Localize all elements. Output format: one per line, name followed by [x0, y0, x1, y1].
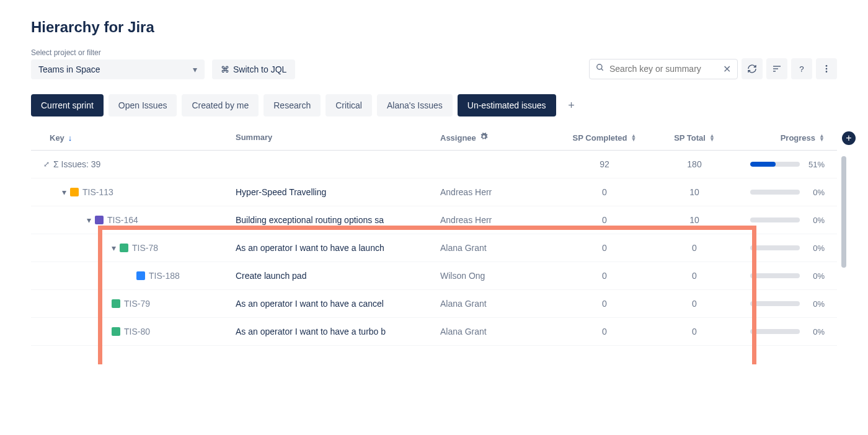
progress-pct: 0% [806, 188, 825, 197]
row-summary[interactable]: As an operator I want to have a cancel [236, 299, 440, 309]
jql-label: Switch to JQL [233, 64, 286, 74]
progress-bar [750, 301, 800, 306]
row-summary[interactable]: Building exceptional routing options sa [236, 215, 440, 225]
issue-key[interactable]: TIS-113 [82, 187, 113, 197]
issue-key[interactable]: TIS-164 [107, 215, 138, 225]
table-row[interactable]: ▾TIS-164Building exceptional routing opt… [31, 206, 837, 234]
filter-tab[interactable]: Created by me [182, 94, 259, 116]
row-sp-completed: 0 [552, 299, 657, 309]
row-sp-total: 0 [657, 327, 732, 336]
column-header-summary[interactable]: Summary [236, 133, 440, 143]
chevron-down-icon[interactable]: ▾ [62, 187, 66, 197]
filter-tab[interactable]: Current sprint [31, 94, 104, 116]
column-header-key[interactable]: Key ↓ [31, 133, 236, 143]
progress-bar [750, 329, 800, 334]
refresh-button[interactable] [742, 58, 763, 79]
filter-tab[interactable]: Alana's Issues [377, 94, 453, 116]
summary-row-progress: 51% [732, 160, 831, 169]
epic-issue-icon [95, 216, 104, 224]
expand-icon[interactable]: ⤢ [43, 160, 50, 169]
project-select-value: Teams in Space [38, 64, 100, 74]
row-key-cell: ▾TIS-164 [31, 215, 236, 225]
filter-tab[interactable]: Research [264, 94, 321, 116]
clear-search-icon[interactable]: ✕ [723, 63, 731, 75]
task-issue-icon [136, 271, 145, 280]
table-row[interactable]: ▾TIS-113Hyper-Speed TravellingAndreas He… [31, 178, 837, 206]
issues-table: + Key ↓ Summary Assignee SP Completed ▲▼… [31, 125, 837, 346]
scrollbar[interactable] [841, 156, 846, 364]
row-assignee: Wilson Ong [440, 271, 552, 281]
row-summary[interactable]: Create launch pad [236, 271, 440, 281]
summary-row-label: Σ Issues: 39 [53, 159, 100, 169]
story-issue-icon [120, 244, 128, 252]
column-progress-label: Progress [781, 133, 815, 143]
row-key-cell: TIS-188 [31, 271, 236, 281]
progress-pct: 0% [806, 327, 825, 336]
svg-line-1 [601, 69, 603, 71]
help-button[interactable]: ? [791, 58, 812, 79]
scrollbar-thumb[interactable] [841, 156, 846, 268]
issue-key[interactable]: TIS-78 [132, 243, 158, 253]
switch-to-jql-button[interactable]: ⌘ Switch to JQL [212, 59, 295, 79]
column-header-sp-completed[interactable]: SP Completed ▲▼ [552, 133, 657, 143]
svg-rect-2 [773, 66, 781, 66]
chevron-down-icon[interactable]: ▾ [112, 243, 116, 253]
row-assignee: Andreas Herr [440, 187, 552, 197]
column-header-assignee[interactable]: Assignee [440, 133, 552, 143]
progress-pct: 0% [806, 271, 825, 281]
row-key-cell: ▾TIS-78 [31, 243, 236, 253]
filter-tab[interactable]: Critical [326, 94, 372, 116]
row-sp-total: 0 [657, 299, 732, 309]
svg-point-6 [826, 68, 828, 70]
table-row[interactable]: ▾TIS-78As an operator I want to have a l… [31, 234, 837, 262]
issue-key[interactable]: TIS-80 [124, 327, 150, 336]
column-spt-label: SP Total [674, 133, 706, 143]
row-sp-completed: 0 [552, 327, 657, 336]
table-row[interactable]: TIS-79As an operator I want to have a ca… [31, 290, 837, 318]
progress-bar [750, 245, 800, 250]
table-row[interactable]: TIS-80As an operator I want to have a tu… [31, 318, 837, 346]
column-spc-label: SP Completed [573, 133, 627, 143]
summary-row-spc: 92 [552, 159, 657, 169]
row-summary[interactable]: Hyper-Speed Travelling [236, 187, 440, 197]
row-key-cell: TIS-79 [31, 299, 236, 309]
add-filter-button[interactable]: + [561, 95, 582, 116]
svg-rect-4 [773, 71, 776, 71]
project-select-group: Select project or filter Teams in Space … [31, 48, 205, 79]
gear-icon[interactable] [480, 133, 488, 143]
sort-icon: ▲▼ [819, 134, 825, 141]
column-header-progress[interactable]: Progress ▲▼ [732, 133, 831, 143]
filter-tab[interactable]: Open Issues [108, 94, 177, 116]
row-sp-completed: 0 [552, 187, 657, 197]
row-key-cell: TIS-80 [31, 327, 236, 336]
table-row[interactable]: TIS-188Create launch padWilson Ong000% [31, 262, 837, 290]
svg-point-5 [826, 65, 828, 67]
toolbar: Select project or filter Teams in Space … [31, 48, 837, 79]
add-column-button[interactable]: + [842, 131, 856, 145]
row-progress: 0% [732, 299, 831, 309]
project-select[interactable]: Teams in Space ▾ [31, 59, 205, 79]
sort-button[interactable] [766, 58, 787, 79]
issue-key[interactable]: TIS-188 [149, 271, 180, 281]
search-field[interactable]: ✕ [589, 59, 738, 79]
issue-key[interactable]: TIS-79 [124, 299, 150, 309]
toolbar-left: Select project or filter Teams in Space … [31, 48, 295, 79]
progress-pct: 0% [806, 216, 825, 225]
row-assignee: Andreas Herr [440, 215, 552, 225]
chevron-down-icon[interactable]: ▾ [87, 215, 91, 225]
progress-bar [750, 218, 800, 222]
chevron-down-icon: ▾ [193, 64, 197, 74]
row-summary[interactable]: As an operator I want to have a turbo b [236, 327, 440, 336]
row-key-cell: ▾TIS-113 [31, 187, 236, 197]
progress-pct: 0% [806, 299, 825, 309]
row-sp-total: 10 [657, 215, 732, 225]
row-progress: 0% [732, 327, 831, 336]
progress-pct: 51% [806, 160, 825, 169]
search-input[interactable] [609, 64, 718, 74]
filter-tab[interactable]: Un-estimated issues [458, 94, 556, 116]
row-summary[interactable]: As an operator I want to have a launch [236, 243, 440, 253]
row-assignee: Alana Grant [440, 299, 552, 309]
column-header-sp-total[interactable]: SP Total ▲▼ [657, 133, 732, 143]
more-menu-button[interactable] [816, 58, 837, 79]
progress-bar [750, 162, 800, 167]
